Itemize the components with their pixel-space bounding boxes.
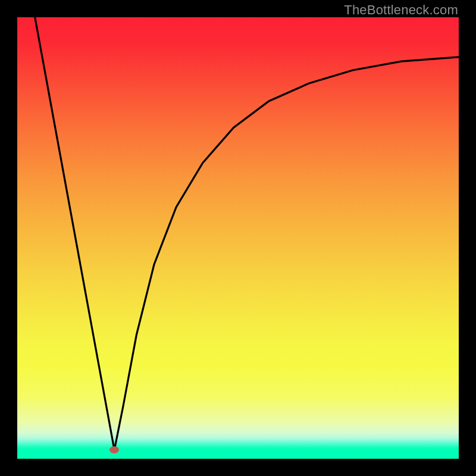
curve-layer (17, 17, 459, 459)
chart-container: TheBottleneck.com (0, 0, 476, 476)
curve-path (35, 17, 459, 450)
minimum-marker (109, 446, 119, 453)
watermark-text: TheBottleneck.com (344, 2, 458, 18)
plot-area (17, 17, 459, 459)
